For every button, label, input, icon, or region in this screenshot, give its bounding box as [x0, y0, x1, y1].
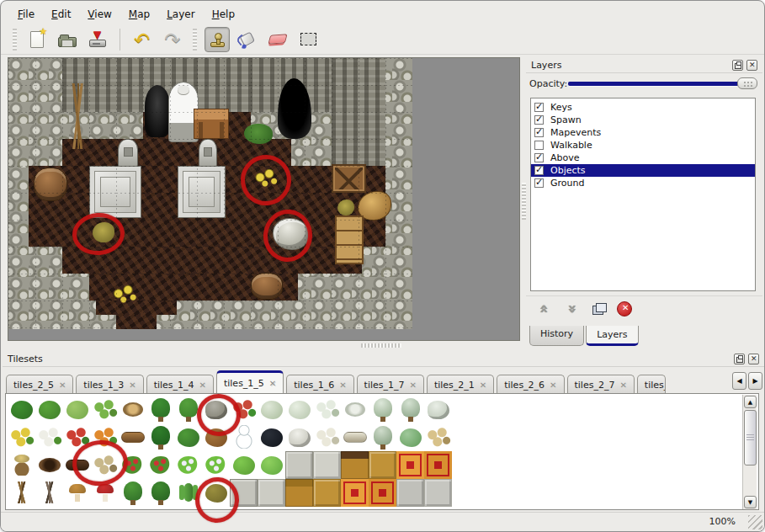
- layer-visibility-checkbox[interactable]: [534, 115, 544, 125]
- tile-cell[interactable]: [230, 423, 258, 451]
- tile-cell[interactable]: [174, 423, 202, 451]
- tileset-tab-tiles_2_7[interactable]: tiles_2_7: [567, 375, 635, 394]
- tile-cell[interactable]: [8, 479, 35, 507]
- tile-cell[interactable]: [424, 451, 452, 479]
- tile-cell[interactable]: [8, 396, 35, 423]
- tile-cell[interactable]: [341, 423, 369, 451]
- resize-grip[interactable]: [748, 515, 762, 529]
- tileset-tab-tiles_1_4[interactable]: tiles_1_4: [146, 375, 214, 394]
- tile-cell[interactable]: [369, 479, 396, 507]
- tile-cell[interactable]: [8, 451, 35, 479]
- undo-tool-button[interactable]: [130, 27, 155, 52]
- tile-cell[interactable]: [258, 451, 285, 479]
- tileset-tab-tiles_2_1[interactable]: tiles_2_1: [427, 375, 494, 394]
- tile-cell[interactable]: [313, 479, 341, 507]
- tileset-content[interactable]: ▲ ▼: [5, 393, 759, 510]
- open-tool-button[interactable]: [55, 27, 80, 52]
- tile-cell[interactable]: [258, 396, 285, 423]
- tile-cell[interactable]: [91, 451, 119, 479]
- tile-cell[interactable]: [285, 451, 313, 479]
- tab-scroll-left-icon[interactable]: ◀: [732, 372, 746, 390]
- close-tab-icon[interactable]: [129, 380, 135, 391]
- layer-row-mapevents[interactable]: Mapevents: [531, 126, 755, 139]
- tile-cell[interactable]: [285, 423, 313, 451]
- tile-cell[interactable]: [119, 479, 146, 507]
- eraser-tool-button[interactable]: [265, 27, 290, 52]
- opacity-slider[interactable]: [568, 77, 757, 89]
- close-tab-icon[interactable]: [550, 380, 556, 391]
- map-canvas[interactable]: [8, 57, 520, 341]
- tile-cell[interactable]: [396, 479, 424, 507]
- tileset-scrollbar[interactable]: ▲ ▼: [742, 395, 757, 509]
- tile-cell[interactable]: [341, 479, 369, 507]
- tile-cell[interactable]: [63, 396, 91, 423]
- save-tool-button[interactable]: [85, 27, 110, 52]
- tile-cell[interactable]: [63, 423, 91, 451]
- layer-row-walkable[interactable]: Walkable: [531, 139, 755, 152]
- tile-cell[interactable]: [424, 423, 452, 451]
- scroll-down-icon[interactable]: ▼: [744, 496, 757, 508]
- menu-item-file[interactable]: File: [11, 6, 41, 23]
- menu-item-view[interactable]: View: [81, 6, 118, 23]
- tile-cell[interactable]: [119, 423, 146, 451]
- close-tab-icon[interactable]: [339, 380, 346, 391]
- tile-cell[interactable]: [258, 423, 285, 451]
- tile-cell[interactable]: [230, 479, 258, 507]
- new-tool-button[interactable]: [24, 27, 50, 52]
- tile-cell[interactable]: [313, 451, 341, 479]
- layer-row-above[interactable]: Above: [531, 152, 755, 164]
- menu-item-help[interactable]: Help: [205, 6, 242, 23]
- menu-item-edit[interactable]: Edit: [45, 6, 77, 23]
- opacity-slider-handle[interactable]: [737, 77, 757, 89]
- tileset-tab-tiles_1_3[interactable]: tiles_1_3: [76, 375, 143, 394]
- tile-cell[interactable]: [341, 396, 369, 423]
- tile-cell[interactable]: [146, 479, 174, 507]
- menu-item-layer[interactable]: Layer: [160, 6, 201, 23]
- layer-row-keys[interactable]: Keys: [531, 101, 755, 114]
- tileset-tab-tiles_2_5[interactable]: tiles_2_5: [6, 375, 73, 394]
- tile-cell[interactable]: [202, 479, 230, 507]
- tile-cell[interactable]: [63, 479, 91, 507]
- close-panel-icon[interactable]: [748, 354, 759, 364]
- map-view[interactable]: [8, 58, 412, 329]
- tile-cell[interactable]: [396, 396, 424, 423]
- delete-layer-icon[interactable]: [617, 301, 632, 317]
- tile-cell[interactable]: [35, 451, 63, 479]
- tile-cell[interactable]: [202, 451, 230, 479]
- tile-cell[interactable]: [202, 423, 230, 451]
- tile-cell[interactable]: [424, 396, 452, 423]
- tile-cell[interactable]: [202, 396, 230, 423]
- close-tab-icon[interactable]: [619, 380, 626, 391]
- fill-tool-button[interactable]: [235, 27, 260, 52]
- tileset-tab-tiles_1_6[interactable]: tiles_1_6: [286, 375, 353, 394]
- tile-cell[interactable]: [258, 479, 285, 507]
- close-panel-icon[interactable]: [746, 60, 757, 71]
- tile-cell[interactable]: [396, 451, 424, 479]
- tile-cell[interactable]: [146, 396, 174, 423]
- tile-cell[interactable]: [63, 451, 91, 479]
- tile-cell[interactable]: [369, 396, 396, 423]
- tile-cell[interactable]: [396, 423, 424, 451]
- tileset-tab-tiles[interactable]: tiles_: [637, 375, 666, 394]
- tile-cell[interactable]: [119, 451, 146, 479]
- layer-row-spawn[interactable]: Spawn: [531, 114, 755, 126]
- tile-cell[interactable]: [230, 451, 258, 479]
- layer-visibility-checkbox[interactable]: [534, 128, 544, 137]
- tile-cell[interactable]: [174, 479, 202, 507]
- close-tab-icon[interactable]: [409, 380, 416, 391]
- tile-cell[interactable]: [35, 396, 63, 423]
- layer-row-ground[interactable]: Ground: [531, 177, 755, 189]
- tileset-tab-tiles_1_5[interactable]: tiles_1_5: [216, 370, 284, 394]
- stamp-tool-button[interactable]: [205, 27, 230, 52]
- tile-cell[interactable]: [285, 479, 313, 507]
- menu-item-map[interactable]: Map: [122, 6, 157, 23]
- tile-cell[interactable]: [174, 451, 202, 479]
- close-tab-icon[interactable]: [59, 380, 66, 391]
- tile-cell[interactable]: [91, 423, 119, 451]
- layer-visibility-checkbox[interactable]: [534, 178, 544, 188]
- layer-visibility-checkbox[interactable]: [534, 141, 544, 150]
- toolbar-handle[interactable]: [13, 29, 17, 51]
- float-panel-icon[interactable]: [732, 60, 743, 71]
- dock-tab-layers[interactable]: Layers: [586, 326, 638, 346]
- tile-cell[interactable]: [285, 396, 313, 423]
